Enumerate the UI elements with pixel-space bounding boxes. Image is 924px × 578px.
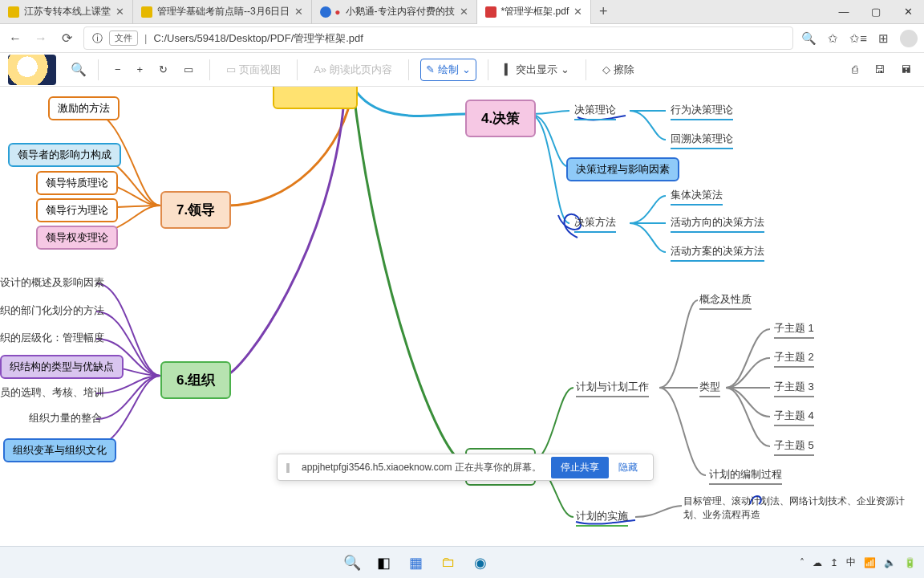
search-in-page-icon[interactable]: 🔍 <box>71 62 87 77</box>
leaf: 领导者的影响力构成 <box>8 143 121 167</box>
leaf: 子主题 2 <box>774 350 814 368</box>
browser-tabbar: 江苏专转本线上课堂 ✕ 管理学基础考前点睛--3月6日日 ✕ ● 小鹅通-专注内… <box>0 0 924 24</box>
node-6-organization[interactable]: 6.组织 <box>160 361 231 399</box>
url-scheme-label: 文件 <box>109 31 138 46</box>
record-icon: ● <box>334 6 340 18</box>
close-window-button[interactable]: ✕ <box>892 0 924 24</box>
leaf: 计划的实施 <box>576 509 628 527</box>
eraser-icon: ◇ <box>602 63 610 75</box>
widgets-button[interactable]: ▦ <box>405 552 428 574</box>
node-4-decision[interactable]: 4.决策 <box>465 100 536 137</box>
leaf: 组织力量的整合 <box>29 411 102 427</box>
leaf: 设计的概述及影响因素 <box>0 275 104 291</box>
taskbar-search-button[interactable]: 🔍 <box>341 552 363 574</box>
leaf: 领导行为理论 <box>36 198 118 222</box>
taskbar: 🔍 ◧ ▦ 🗀 ◉ ˄ ☁ ↥ 中 📶 🔈 🔋 <box>0 546 924 578</box>
chevron-down-icon: ⌄ <box>462 63 471 75</box>
start-button[interactable] <box>309 552 331 574</box>
close-icon[interactable]: ✕ <box>116 6 124 18</box>
tab-2[interactable]: ● 小鹅通-专注内容付费的技 ✕ <box>312 0 476 24</box>
zoom-out-button[interactable]: − <box>110 60 126 79</box>
leaf: 计划与计划工作 <box>576 380 649 397</box>
leaf: 织的层级化：管理幅度 <box>0 331 104 347</box>
favicon <box>141 6 152 18</box>
leaf: 类型 <box>699 380 720 397</box>
task-view-button[interactable]: ◧ <box>373 552 395 574</box>
explorer-button[interactable]: 🗀 <box>437 552 460 574</box>
info-icon: ⓘ <box>92 31 103 46</box>
upload-icon[interactable]: ↥ <box>830 557 838 568</box>
taskbar-center: 🔍 ◧ ▦ 🗀 ◉ <box>0 552 800 574</box>
zoom-in-button[interactable]: + <box>132 60 148 79</box>
tab-0[interactable]: 江苏专转本线上课堂 ✕ <box>0 0 133 24</box>
toolbar-right: 🔍 ✩ ✩≡ ⊞ <box>801 30 918 47</box>
favicon <box>320 6 331 18</box>
fit-button[interactable]: ▭ <box>179 60 198 79</box>
url-field[interactable]: ⓘ 文件 | C:/Users/59418/Desktop/PDF/管理学框架.… <box>83 26 793 50</box>
leaf: 活动方案的决策方法 <box>671 244 764 262</box>
erase-button[interactable]: ◇ 擦除 <box>598 59 639 80</box>
collections-icon[interactable]: ⊞ <box>878 31 889 46</box>
read-aloud-icon: A» <box>314 63 326 75</box>
print-button[interactable]: ⎙ <box>847 60 863 79</box>
highlight-button[interactable]: ▍ 突出显示 ⌄ <box>500 59 574 80</box>
window-controls: — ▢ ✕ <box>828 0 924 24</box>
page-view-button: ▭ 页面视图 <box>221 59 286 80</box>
node-7-leadership[interactable]: 7.领导 <box>160 191 231 229</box>
ime-indicator[interactable]: 中 <box>846 556 856 569</box>
leaf: 决策过程与影响因素 <box>566 157 679 181</box>
pdf-toolbar: 🔍 − + ↻ ▭ ▭ 页面视图 A» 朗读此页内容 ✎ 绘制 ⌄ ▍ 突出显示… <box>0 53 924 87</box>
leaf: 活动方向的决策方法 <box>671 215 764 233</box>
hide-sharing-bar-button[interactable]: 隐藏 <box>618 461 638 474</box>
leaf: 员的选聘、考核、培训 <box>0 385 104 401</box>
new-tab-button[interactable]: + <box>591 3 615 20</box>
stop-sharing-button[interactable]: 停止共享 <box>551 457 609 478</box>
rotate-button[interactable]: ↻ <box>154 60 172 79</box>
close-icon[interactable]: ✕ <box>573 6 582 18</box>
tab-label: 江苏专转本线上课堂 <box>24 5 111 18</box>
leaf-paragraph: 目标管理、滚动计划法、网络计划技术、企业资源计划、业务流程再造 <box>683 495 916 522</box>
leaf: 子主题 3 <box>774 380 814 397</box>
edge-button[interactable]: ◉ <box>469 552 492 574</box>
leaf: 概念及性质 <box>699 292 752 310</box>
tab-label: 小鹅通-专注内容付费的技 <box>346 5 455 18</box>
leaf: 子主题 1 <box>774 321 814 339</box>
tab-3[interactable]: *管理学框架.pdf ✕ <box>477 0 592 24</box>
draw-button[interactable]: ✎ 绘制 ⌄ <box>420 59 476 81</box>
tray-chevron-icon[interactable]: ˄ <box>800 557 804 568</box>
cloud-icon[interactable]: ☁ <box>813 557 822 568</box>
favorites-bar-icon[interactable]: ✩≡ <box>849 31 867 46</box>
leaf: 计划的编制过程 <box>709 467 782 485</box>
volume-icon[interactable]: 🔈 <box>884 557 896 568</box>
battery-icon[interactable]: 🔋 <box>904 557 916 568</box>
tab-1[interactable]: 管理学基础考前点睛--3月6日日 ✕ <box>133 0 312 24</box>
leaf: 决策方法 <box>574 215 616 233</box>
leaf: 决策理论 <box>574 103 616 120</box>
maximize-button[interactable]: ▢ <box>860 0 892 24</box>
favicon <box>8 6 19 18</box>
leaf: 集体决策法 <box>671 188 723 206</box>
pause-icon[interactable]: ‖ <box>286 462 292 473</box>
back-button[interactable]: ← <box>6 31 24 46</box>
save-button[interactable]: 🖫 <box>869 60 890 79</box>
chevron-down-icon: ⌄ <box>561 63 569 75</box>
close-icon[interactable]: ✕ <box>460 6 468 18</box>
save-as-button[interactable]: 🖬 <box>896 60 916 79</box>
favorite-icon[interactable]: ✩ <box>828 31 838 46</box>
minimize-button[interactable]: — <box>828 0 860 24</box>
profile-avatar[interactable] <box>900 30 918 47</box>
leaf: 子主题 4 <box>774 409 814 426</box>
system-tray: ˄ ☁ ↥ 中 📶 🔈 🔋 <box>800 556 924 569</box>
read-aloud-button: A» 朗读此页内容 <box>309 59 397 80</box>
highlighter-icon: ▍ <box>505 63 513 75</box>
refresh-button[interactable]: ⟳ <box>58 31 75 46</box>
pdf-icon <box>485 6 496 18</box>
close-icon[interactable]: ✕ <box>294 6 303 18</box>
find-icon[interactable]: 🔍 <box>801 31 817 46</box>
brand-logo <box>8 55 56 85</box>
page-view-icon: ▭ <box>226 63 236 75</box>
wifi-icon[interactable]: 📶 <box>864 557 876 568</box>
leaf: 回溯决策理论 <box>671 132 733 149</box>
screen-share-bar: ‖ appjhetpfgi3546.h5.xiaoeknow.com 正在共享你… <box>277 454 654 481</box>
tab-label: 管理学基础考前点睛--3月6日日 <box>157 5 290 18</box>
